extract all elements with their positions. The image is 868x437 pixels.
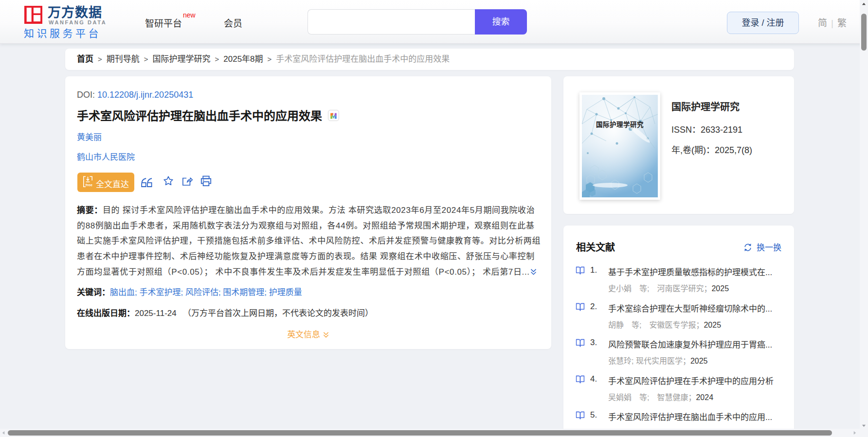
svg-text:free: free xyxy=(86,183,93,187)
svg-text:国际护理学研究: 国际护理学研究 xyxy=(596,121,644,128)
